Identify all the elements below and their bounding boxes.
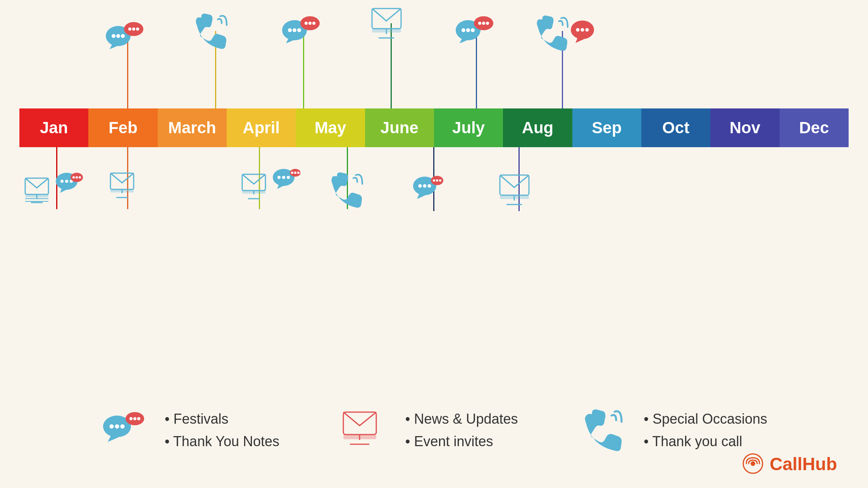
svg-point-48 bbox=[308, 22, 312, 25]
timeline-bar: Jan Feb March April May June July Aug Se… bbox=[19, 108, 849, 147]
month-mar: March bbox=[158, 108, 227, 147]
svg-point-60 bbox=[433, 179, 435, 182]
svg-point-38 bbox=[291, 172, 293, 174]
svg-point-9 bbox=[65, 180, 68, 183]
month-jan: Jan bbox=[19, 108, 88, 147]
svg-point-70 bbox=[482, 22, 485, 25]
svg-point-14 bbox=[79, 176, 81, 179]
legend-item-phone: • Special Occasions • Thank you call bbox=[580, 407, 767, 453]
chat-icon-jan-below bbox=[54, 170, 83, 197]
svg-point-19 bbox=[121, 34, 125, 38]
phone-icon-july-below bbox=[326, 170, 368, 215]
phone-icon-dec-above bbox=[531, 14, 574, 58]
legend-phone-text: • Special Occasions • Thank you call bbox=[644, 408, 767, 452]
svg-point-12 bbox=[72, 176, 75, 179]
email-icon-may-below bbox=[240, 174, 273, 204]
svg-point-18 bbox=[116, 34, 120, 38]
email-icon-aug-above bbox=[370, 8, 411, 44]
month-jul: July bbox=[434, 108, 503, 147]
email-icon-feb-below bbox=[108, 172, 141, 203]
svg-point-21 bbox=[128, 27, 131, 31]
svg-point-13 bbox=[76, 176, 78, 179]
news-updates-label: News & Updates bbox=[414, 411, 518, 427]
svg-point-45 bbox=[297, 28, 301, 32]
legend-email-text: • News & Updates • Event invites bbox=[405, 408, 518, 452]
svg-point-17 bbox=[112, 34, 115, 38]
svg-point-43 bbox=[288, 28, 292, 32]
chat-icon-dec-above bbox=[568, 17, 603, 50]
svg-point-87 bbox=[129, 417, 133, 420]
svg-point-83 bbox=[109, 424, 114, 429]
month-nov: Nov bbox=[710, 108, 779, 147]
svg-point-57 bbox=[423, 184, 427, 188]
svg-point-66 bbox=[466, 28, 470, 32]
legend-chat-icon bbox=[101, 411, 145, 449]
svg-point-39 bbox=[294, 172, 296, 174]
legend-item-chat: • Festivals • Thank You Notes bbox=[101, 408, 279, 452]
svg-point-65 bbox=[462, 28, 465, 32]
legend-email-icon bbox=[341, 410, 386, 450]
legend: • Festivals • Thank You Notes • News & U… bbox=[0, 407, 868, 453]
svg-point-89 bbox=[137, 417, 140, 420]
svg-point-62 bbox=[439, 179, 441, 182]
svg-point-8 bbox=[60, 180, 64, 183]
callhub-logo-icon bbox=[742, 453, 764, 474]
svg-point-22 bbox=[132, 27, 135, 31]
svg-point-56 bbox=[418, 184, 422, 188]
svg-point-40 bbox=[297, 172, 300, 174]
svg-point-95 bbox=[751, 461, 755, 466]
svg-point-35 bbox=[282, 176, 285, 179]
svg-point-34 bbox=[277, 176, 281, 179]
svg-point-36 bbox=[287, 176, 290, 179]
month-dec: Dec bbox=[780, 108, 849, 147]
email-icon-nov-below bbox=[498, 174, 539, 211]
svg-point-23 bbox=[136, 27, 139, 31]
svg-point-67 bbox=[471, 28, 475, 32]
svg-point-71 bbox=[486, 22, 489, 25]
chat-icon-may-below bbox=[271, 167, 300, 193]
month-may: May bbox=[296, 108, 365, 147]
callhub-logo: CallHub bbox=[742, 453, 837, 474]
chat-icon-oct-above bbox=[453, 15, 495, 52]
svg-point-88 bbox=[133, 417, 136, 420]
svg-point-61 bbox=[436, 179, 438, 182]
svg-point-47 bbox=[305, 22, 308, 25]
svg-point-85 bbox=[120, 424, 124, 429]
legend-item-email: • News & Updates • Event invites bbox=[341, 408, 518, 452]
month-oct: Oct bbox=[641, 108, 710, 147]
callhub-logo-text: CallHub bbox=[770, 454, 837, 474]
chat-icon-feb-above bbox=[103, 21, 145, 58]
legend-phone-icon bbox=[580, 407, 624, 453]
svg-point-69 bbox=[478, 22, 481, 25]
svg-point-84 bbox=[115, 424, 119, 429]
month-feb: Feb bbox=[88, 108, 157, 147]
svg-point-49 bbox=[312, 22, 315, 25]
month-sep: Sep bbox=[572, 108, 641, 147]
svg-point-78 bbox=[576, 28, 580, 32]
svg-point-79 bbox=[581, 28, 584, 32]
legend-chat-text: • Festivals • Thank You Notes bbox=[165, 408, 279, 452]
email-icon-jan bbox=[23, 176, 56, 207]
chat-icon-june-above bbox=[279, 15, 322, 52]
month-apr: April bbox=[227, 108, 296, 147]
svg-point-58 bbox=[428, 184, 431, 188]
phone-icon-april-above bbox=[190, 12, 232, 60]
month-aug: Aug bbox=[503, 108, 572, 147]
svg-point-80 bbox=[586, 28, 589, 32]
svg-point-44 bbox=[293, 28, 296, 32]
chat-icon-sep-below bbox=[411, 174, 444, 205]
month-jun: June bbox=[365, 108, 434, 147]
